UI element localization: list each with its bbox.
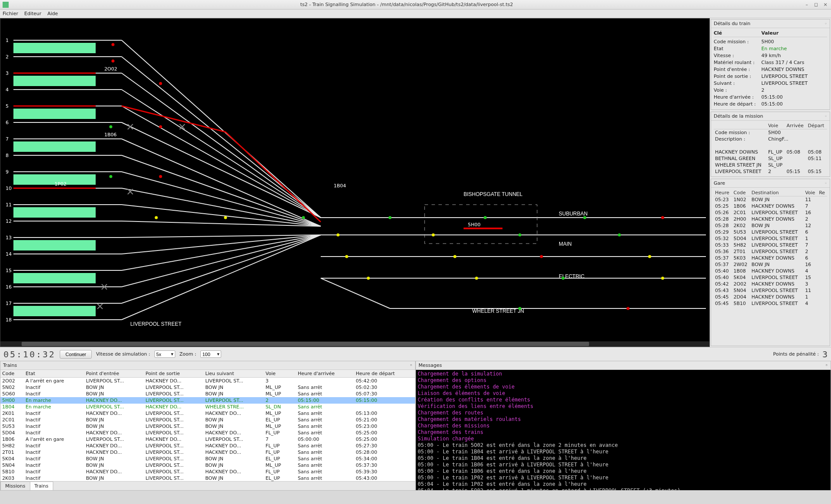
penalty-label: Points de pénalité : [773,351,819,357]
simspeed-label: Vitesse de simulation : [96,351,150,357]
table-row[interactable]: 2O02A l'arrêt en gareLIVERPOOL ST...HACK… [0,378,415,385]
svg-text:16: 16 [6,284,12,290]
table-row[interactable]: 2K01InactifHACKNEY DO...LIVERPOOL ST...H… [0,410,415,417]
table-row[interactable]: 05:262C01LIVERPOOL STREET16 [714,209,827,216]
table-row[interactable]: 05:231N02BOW JN11 [714,196,827,203]
tab-trains[interactable]: Trains [30,482,53,490]
table-row[interactable]: 2T01InactifHACKNEY DO...LIVERPOOL ST...H… [0,449,415,456]
track-hscrollbar[interactable] [0,341,709,347]
svg-text:11: 11 [6,202,12,208]
control-bar: 05:10:32 Continuer Vitesse de simulation… [0,347,831,361]
table-row[interactable]: 5O60InactifBOW JNLIVERPOOL ST...BOW JNML… [0,391,415,397]
table-row[interactable]: 5H00En marcheHACKNEY DO...LIVERPOOL ST..… [0,397,415,404]
svg-point-109 [367,277,370,280]
table-row[interactable]: 05:375K03HACKNEY DOWNS6 [714,255,827,261]
svg-point-113 [519,307,522,310]
svg-rect-25 [13,207,96,218]
table-row[interactable]: 05:372W02BOW JN16 [714,261,827,268]
svg-point-89 [159,82,162,85]
table-row[interactable]: 2K03InactifBOW JNLIVERPOOL ST...BOW JNEL… [0,475,415,481]
svg-point-99 [583,216,586,219]
svg-point-114 [627,307,630,310]
undock-icon[interactable]: ◦ [825,181,827,186]
svg-text:1B04: 1B04 [334,183,346,189]
svg-point-97 [389,216,392,219]
svg-line-55 [122,106,321,218]
table-row[interactable]: 5K04InactifBOW JNLIVERPOOL ST...BOW JNEL… [0,456,415,462]
table-row[interactable]: 2C01InactifBOW JNLIVERPOOL ST...BOW JNEL… [0,417,415,423]
table-row[interactable]: 5B10InactifHACKNEY DO...LIVERPOOL ST...H… [0,469,415,475]
svg-text:WHELER STREET JN: WHELER STREET JN [472,308,524,314]
table-row[interactable]: 5H82InactifHACKNEY DO...LIVERPOOL ST...H… [0,443,415,449]
svg-text:17: 17 [6,301,12,306]
train-details-panel: Détails du train◦ CléValeur Code mission… [711,19,830,110]
svg-point-107 [540,255,543,258]
table-row[interactable]: 05:325D04LIVERPOOL STREET1 [714,235,827,242]
station-title: Gare [714,180,725,186]
svg-point-94 [155,216,158,219]
track-diagram[interactable]: 1234567891011121314151617182O021B061P02S… [0,18,710,347]
svg-rect-5 [13,76,96,86]
table-row[interactable]: 05:251B06HACKNEY DOWNS7 [714,203,827,209]
continue-button[interactable]: Continuer [60,350,92,359]
close-icon[interactable]: × [822,2,828,7]
svg-rect-40 [13,306,96,316]
undock-icon[interactable]: ◦ [825,21,827,26]
undock-icon[interactable]: ◦ [825,114,827,119]
svg-point-101 [337,234,340,237]
simspeed-spinner[interactable]: ▾ [155,350,175,358]
svg-point-95 [224,216,227,219]
table-row[interactable]: 5N02InactifBOW JNLIVERPOOL ST...BOW JNML… [0,384,415,391]
table-row[interactable]: 1B06A l'arrêt en gareLIVERPOOL ST...HACK… [0,436,415,443]
table-row[interactable]: 05:282H00HACKNEY DOWNS2 [714,216,827,222]
svg-text:2: 2 [6,54,9,60]
table-row[interactable]: 05:362T01LIVERPOOL STREET2 [714,248,827,255]
table-row[interactable]: 05:452D04HACKNEY DOWNS1 [714,294,827,300]
table-row[interactable]: 05:405K04LIVERPOOL STREET15 [714,274,827,281]
titlebar: ts2 - Train Signalling Simulation - /mnt… [0,0,831,10]
zoom-spinner[interactable]: ▾ [200,350,221,358]
menu-editor[interactable]: Editeur [24,11,42,16]
table-row[interactable]: 05:422O02HACKNEY DOWNS3 [714,281,827,287]
svg-text:13: 13 [6,235,12,241]
maximize-icon[interactable]: ◻ [813,2,819,7]
table-row[interactable]: 1B04En marcheLIVERPOOL ST...HACKNEY DO..… [0,404,415,410]
table-row[interactable]: 05:455B10LIVERPOOL STREET4 [714,300,827,307]
table-row[interactable]: 05:282K02BOW JN12 [714,222,827,229]
tab-missions[interactable]: Missions [0,482,30,490]
svg-text:8: 8 [6,153,9,158]
table-row[interactable]: 05:401B08HACKNEY DOWNS4 [714,268,827,274]
undock-icon[interactable]: ◦ [410,363,413,368]
app-icon [3,2,9,8]
svg-line-65 [122,235,321,270]
svg-point-108 [648,255,651,258]
svg-line-57 [122,139,321,226]
undock-icon[interactable]: ◦ [825,363,828,368]
table-row[interactable]: 05:335H82LIVERPOOL STREET7 [714,242,827,248]
svg-point-105 [345,255,348,258]
svg-line-64 [122,235,321,254]
svg-text:2O02: 2O02 [104,66,117,72]
table-row[interactable]: 5U53InactifBOW JNLIVERPOOL ST...BOW JNML… [0,423,415,430]
svg-point-110 [475,277,478,280]
svg-text:10: 10 [6,186,12,191]
menu-help[interactable]: Aide [48,11,58,16]
sim-clock: 05:10:32 [3,349,55,360]
table-row[interactable]: 05:295U53LIVERPOOL STREET6 [714,229,827,235]
table-row[interactable]: 05:435N04LIVERPOOL STREET11 [714,287,827,294]
menu-file[interactable]: Fichier [3,11,18,16]
svg-line-53 [122,73,321,218]
svg-text:15: 15 [6,268,12,273]
minimize-icon[interactable]: – [804,2,810,7]
svg-line-63 [122,235,321,238]
svg-text:1P02: 1P02 [55,181,67,187]
svg-line-59 [122,172,321,226]
svg-point-103 [519,234,522,237]
trains-table[interactable]: Code Etat Point d'entrée Point de sortie… [0,370,415,481]
svg-text:5: 5 [6,103,9,109]
svg-point-106 [454,255,457,258]
table-row[interactable]: 5D04InactifHACKNEY DO...LIVERPOOL ST...H… [0,430,415,436]
svg-line-67 [122,235,321,303]
svg-point-102 [432,234,435,237]
table-row[interactable]: 5N04InactifBOW JNLIVERPOOL ST...BOW JNML… [0,462,415,469]
